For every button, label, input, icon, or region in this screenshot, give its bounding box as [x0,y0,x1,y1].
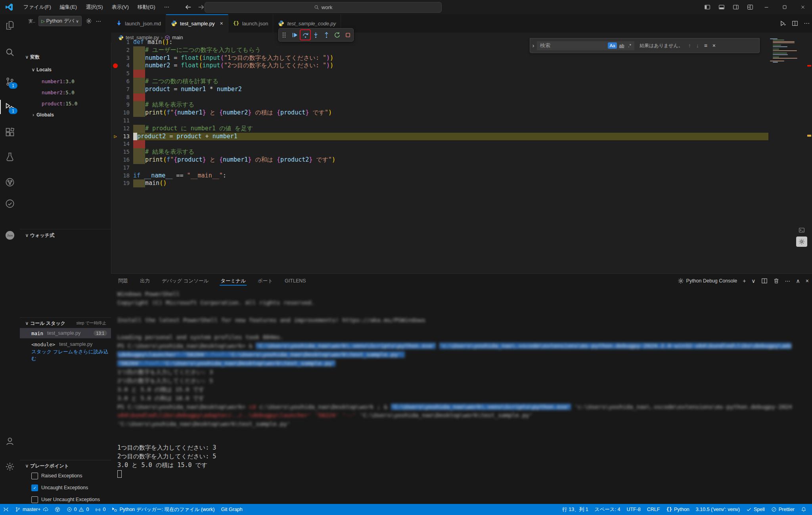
status-indentation[interactable]: スペース: 4 [592,504,624,515]
callstack-section-header[interactable]: ∨ コール スタック step で一時停止 [20,319,111,328]
activity-python-env[interactable] [0,196,20,212]
command-center-search[interactable]: work [205,2,442,13]
breakpoint-row-0[interactable]: Raised Exceptions [20,471,111,481]
menu-item-0[interactable]: ファイル(F) [19,0,56,14]
customize-layout-icon[interactable] [747,4,753,10]
menu-item-3[interactable]: 表示(V) [107,0,133,14]
code-line-9[interactable]: 9# 結果を表示する [111,101,768,109]
status-language-mode[interactable]: {}Python [663,504,692,515]
debug-stop-button[interactable] [343,30,352,40]
code-line-8[interactable]: 8 [111,93,768,101]
code-line-14[interactable]: 14 [111,140,768,148]
debug-step-into-button[interactable] [311,30,321,40]
code-line-4[interactable]: 4number2 = float(input("2つ目の数字を入力してください:… [111,62,768,70]
code-line-11[interactable]: 11 [111,117,768,125]
status-prettier[interactable]: Prettier [768,504,798,515]
stack-frame-main[interactable]: maintest_sample.py13:1 [20,328,111,338]
breakpoint-row-2[interactable]: User Uncaught Exceptions [20,494,111,505]
menu-item-2[interactable]: 選択(S) [81,0,107,14]
menu-item-1[interactable]: 編集(E) [56,0,81,14]
run-python-file-icon[interactable] [780,20,786,27]
activity-json-ext[interactable]: Json [0,227,20,243]
tab-launch_json.md[interactable]: launch_json.md [111,14,166,32]
panel-tab-デバッグ コンソール[interactable]: デバッグ コンソール [161,274,209,288]
menu-more[interactable]: ⋯ [160,0,174,14]
panel-tab-出力[interactable]: 出力 [139,274,151,288]
status-ports[interactable]: 0 [92,504,109,515]
window-close-button[interactable] [794,0,812,14]
debug-step-out-button[interactable] [322,30,331,40]
status-debug-session[interactable]: Python デバッガー: 現在のファイル (work) [109,504,218,515]
nav-back-icon[interactable] [185,4,192,11]
code-line-10[interactable]: 10print(f"{number1} と {number2} の積は {pro… [111,109,768,117]
code-line-13[interactable]: ▷13product2 = product + number1 [111,133,768,141]
activity-search[interactable] [0,44,20,60]
load-more-stack-frames[interactable]: スタック フレームをさらに読み込む [20,350,111,360]
new-terminal-icon[interactable]: + [743,278,746,284]
close-icon[interactable]: × [220,20,223,27]
debug-continue-button[interactable] [290,30,299,40]
status-spell[interactable]: Spell [743,504,768,515]
status-encoding[interactable]: UTF-8 [623,504,643,515]
panel-tab-ポート[interactable]: ポート [257,274,274,288]
close-panel-icon[interactable]: × [806,278,809,284]
watch-section-header[interactable]: ∨ ウォッチ式 [20,231,111,240]
code-line-15[interactable]: 15# 結果を表示する [111,148,768,156]
find-next-icon[interactable]: ↓ [696,42,699,49]
checkbox[interactable] [31,473,38,479]
find-previous-icon[interactable]: ↑ [688,42,691,49]
status-eol[interactable]: CRLF [644,504,663,515]
nav-forward-icon[interactable] [197,4,205,11]
code-line-7[interactable]: 7product = number1 * number2 [111,86,768,93]
start-debug-icon[interactable]: ▷ [41,19,44,24]
panel-tab-GITLENS[interactable]: GITLENS [284,275,307,287]
breakpoint-row-1[interactable]: ✓Uncaught Exceptions [20,483,111,493]
find-in-selection-icon[interactable]: ≡ [704,42,707,49]
terminal-dropdown-icon[interactable]: ∨ [751,278,755,284]
panel-tab-ターミナル[interactable]: ターミナル [220,274,247,288]
toggle-primary-sidebar-icon[interactable] [704,4,710,10]
code-line-17[interactable]: 17 [111,164,768,172]
editor-more-actions-icon[interactable]: ⋯ [804,20,810,27]
variables-section-header[interactable]: ∨ 変数 [20,52,111,62]
code-line-12[interactable]: 12# product に number1 の値 を足す [111,125,768,133]
tab-test_sample.py[interactable]: test_sample.py× [166,14,228,32]
activity-git-graph[interactable] [0,174,20,190]
stack-frame-module[interactable]: <module>test_sample.py [20,339,111,349]
status-remote[interactable] [0,504,12,515]
find-close-icon[interactable]: × [712,42,716,49]
find-query[interactable]: 検索 [540,42,607,49]
code-line-16[interactable]: 16print(f"{product} と {number1} の和は {pro… [111,156,768,164]
status-problems[interactable]: 00 [63,504,92,515]
checkbox[interactable] [31,496,38,503]
split-terminal-icon[interactable] [761,278,768,284]
activity-explorer[interactable] [0,17,20,33]
debug-config-dropdown[interactable]: ▷ Python デバ ∨ [38,16,82,26]
breakpoints-section-header[interactable]: ∨ ブレークポイント [20,461,111,471]
panel-tab-問題[interactable]: 問題 [117,274,129,288]
activity-settings[interactable] [0,459,20,475]
code-line-18[interactable]: 18if __name__ == "__main__": [111,172,768,180]
activity-testing[interactable] [0,149,20,165]
checkbox[interactable]: ✓ [31,484,38,491]
code-line-19[interactable]: 19main() [111,179,768,187]
activity-accounts[interactable] [0,433,20,449]
split-editor-icon[interactable] [792,20,798,27]
match-case-toggle[interactable]: Aa [608,42,617,49]
status-cursor-position[interactable]: 行 13、列 1 [559,504,591,515]
gear-icon[interactable] [86,18,92,24]
more-actions-icon[interactable]: ⋯ [96,18,101,24]
whole-word-toggle[interactable]: ab [618,42,626,49]
code-line-3[interactable]: 3number1 = float(input("1つ目の数字を入力してください:… [111,54,768,62]
debug-step-over-button[interactable] [301,30,310,40]
menu-item-4[interactable]: 移動(G) [133,0,160,14]
debug-drag-handle-button[interactable] [279,30,289,40]
breakpoint-glyph[interactable] [111,62,120,70]
toggle-secondary-sidebar-icon[interactable] [733,4,739,10]
activity-run-and-debug[interactable]: 1 [0,99,20,115]
kill-terminal-icon[interactable] [773,278,779,284]
code-line-6[interactable]: 6# 二つの数の積を計算する [111,78,768,86]
variable-row-number1[interactable]: number1: 3.0 [20,76,111,86]
terminal-scrollback[interactable]: Windows PowerShellCopyright (C) Microsof… [117,290,791,429]
terminal-instance-label[interactable]: Python Debug Console [678,278,737,284]
